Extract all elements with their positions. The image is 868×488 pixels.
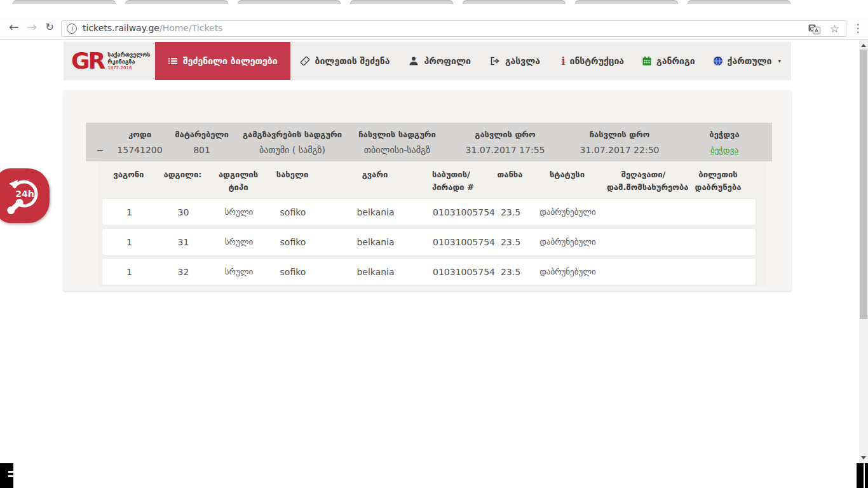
- col-header-wagon: ვაგონი: [102, 168, 156, 193]
- seat-wagon: 1: [102, 237, 156, 247]
- nav-item-logout[interactable]: გასვლა: [480, 42, 550, 80]
- page-info-icon[interactable]: i: [67, 24, 77, 34]
- col-header-departure-time: გასვლის დრო: [448, 130, 562, 139]
- col-header-refund: ბილეთისდაბრუნება: [680, 168, 756, 193]
- col-header-print: ბეჭდვა: [677, 130, 772, 139]
- gr-logo[interactable]: GR საქართველოს რკინიგზა 1872-2016: [64, 42, 155, 80]
- col-header-arrival-time: ჩასვლის დრო: [562, 130, 677, 139]
- nav-item-purchased-tickets[interactable]: შეძენილი ბილეთები: [155, 42, 290, 80]
- last-name: belkania: [318, 207, 433, 217]
- user-icon: [409, 56, 419, 66]
- nav-label: გასვლა: [505, 56, 540, 66]
- browser-tab[interactable]: [350, 0, 453, 4]
- nav-label: ინსტრუქცია: [570, 56, 625, 66]
- url-path: /Home/Tickets: [159, 23, 223, 33]
- col-header-code: კოდი: [114, 130, 165, 139]
- sign-out-icon: [490, 56, 500, 66]
- gr-logo-letters: GR: [71, 51, 104, 71]
- ticket-departure-time: 31.07.2017 17:55: [448, 145, 562, 155]
- seat-number: 30: [156, 207, 210, 217]
- reload-icon[interactable]: ↻: [42, 21, 57, 33]
- seat-type: სრული: [210, 207, 268, 217]
- document-number: 01031005754: [433, 267, 493, 277]
- seat-type: სრული: [210, 267, 268, 276]
- ticket-code: 15741200: [114, 145, 165, 155]
- chevron-down-icon: ▾: [778, 58, 781, 64]
- scrollbar-thumb[interactable]: [860, 50, 867, 319]
- seats-header-row: ვაგონი ადგილი: ადგილისტიპი სახელი გვარი …: [102, 168, 756, 193]
- hotline-24h-badge[interactable]: 24h 24h: [0, 168, 50, 223]
- overlay-black-right: [857, 463, 868, 488]
- seat-wagon: 1: [102, 267, 156, 277]
- url-text[interactable]: tickets.railway.ge/Home/Tickets: [83, 23, 222, 33]
- col-header-first-name: სახელი: [267, 168, 318, 193]
- col-header-seat: ადგილი:: [156, 168, 210, 193]
- seat-number: 32: [156, 267, 210, 277]
- ticket-arrival-station: თბილისი-სამგზ: [346, 145, 448, 155]
- logo-text-line1: საქართველოს: [107, 51, 150, 58]
- scrollbar-down-arrow[interactable]: [861, 456, 866, 459]
- logo-text-line2: რკინიგზა: [107, 58, 150, 65]
- first-name: sofiko: [268, 207, 318, 217]
- browser-tab[interactable]: [13, 0, 116, 4]
- seat-number: 31: [156, 237, 210, 247]
- forward-icon[interactable]: →: [24, 20, 39, 34]
- scrollbar-up-arrow[interactable]: [861, 44, 866, 47]
- url-bar[interactable]: i tickets.railway.ge/Home/Tickets ☆: [61, 20, 846, 37]
- nav-item-profile[interactable]: პროფილი: [399, 42, 480, 80]
- scrollbar[interactable]: [859, 40, 868, 488]
- nav-label: პროფილი: [424, 56, 470, 66]
- seat-wagon: 1: [102, 207, 156, 217]
- nav-item-instruction[interactable]: i ინსტრუქცია: [561, 55, 624, 67]
- nav-item-schedule[interactable]: განრიგი: [642, 56, 695, 66]
- bookmark-star-icon[interactable]: ☆: [830, 22, 839, 35]
- ticket-summary-header-row: კოდი მატარებელი გამგზავრების სადგური ჩას…: [86, 123, 772, 140]
- nav-label: ქართული: [728, 56, 772, 66]
- amount: 23.5: [493, 207, 528, 217]
- col-header-seat-type: ადგილისტიპი: [210, 168, 267, 193]
- col-header-arrival-station: ჩასვლის სადგური: [346, 130, 448, 139]
- nav-item-language[interactable]: ქართული ▾: [713, 56, 781, 66]
- browser-tab-strip: [0, 0, 868, 18]
- ticket-icon: [300, 56, 310, 66]
- browser-menu-icon[interactable]: ⋮: [851, 22, 864, 34]
- nav-label: განრიგი: [656, 56, 695, 66]
- col-header-departure-station: გამგზავრების სადგური: [238, 130, 346, 139]
- col-header-train: მატარებელი: [165, 130, 238, 139]
- screen: ← → ↻ i tickets.railway.ge/Home/Tickets …: [0, 0, 868, 488]
- nav-label: შეძენილი ბილეთები: [183, 56, 278, 66]
- browser-tab[interactable]: [125, 0, 228, 4]
- col-header-document: საბუთის/პირადი #: [432, 168, 492, 193]
- site-header: GR საქართველოს რკინიგზა 1872-2016 შეძენი…: [64, 42, 791, 80]
- back-icon[interactable]: ←: [6, 20, 22, 34]
- print-link[interactable]: ბეჭდვა: [710, 146, 738, 155]
- amount: 23.5: [493, 237, 528, 247]
- list-icon: [168, 56, 178, 66]
- ticket-summary-row: − 15741200 801 ბათუმი ( სამგზ) თბილისი-ს…: [86, 140, 772, 159]
- ticket-summary-table: კოდი მატარებელი გამგზავრების სადგური ჩას…: [86, 123, 772, 161]
- globe-icon: [713, 56, 723, 66]
- ticket-departure-station: ბათუმი ( სამგზ): [238, 145, 346, 155]
- col-header-last-name: გვარი: [318, 168, 432, 193]
- document-number: 01031005754: [433, 237, 493, 247]
- browser-tab[interactable]: [238, 0, 341, 4]
- col-header-discount: შეღავათი/დამ.მომსახურეობა: [607, 168, 680, 193]
- translate-icon[interactable]: [808, 24, 820, 34]
- browser-tab[interactable]: [575, 0, 678, 4]
- amount: 23.5: [493, 267, 528, 277]
- col-header-status: სტატუსი: [527, 168, 607, 193]
- browser-tab[interactable]: [463, 0, 566, 4]
- browser-toolbar: ← → ↻ i tickets.railway.ge/Home/Tickets …: [0, 18, 868, 40]
- info-icon: i: [561, 55, 565, 67]
- seat-row: 1 30 სრული sofiko belkania 01031005754 2…: [102, 198, 756, 226]
- seats-table: ვაგონი ადგილი: ადგილისტიპი სახელი გვარი …: [98, 161, 767, 287]
- col-header-amount: თანხა: [492, 168, 527, 193]
- last-name: belkania: [318, 237, 433, 247]
- nav-label: ბილეთის შეძენა: [315, 56, 390, 66]
- collapse-row-icon[interactable]: −: [86, 145, 114, 155]
- status: დაბრუნებული: [528, 207, 607, 217]
- browser-tab[interactable]: [688, 0, 790, 4]
- nav-item-buy-ticket[interactable]: ბილეთის შეძენა: [290, 42, 400, 80]
- last-name: belkania: [318, 267, 433, 277]
- seat-row: 1 31 სრული sofiko belkania 01031005754 2…: [102, 228, 756, 255]
